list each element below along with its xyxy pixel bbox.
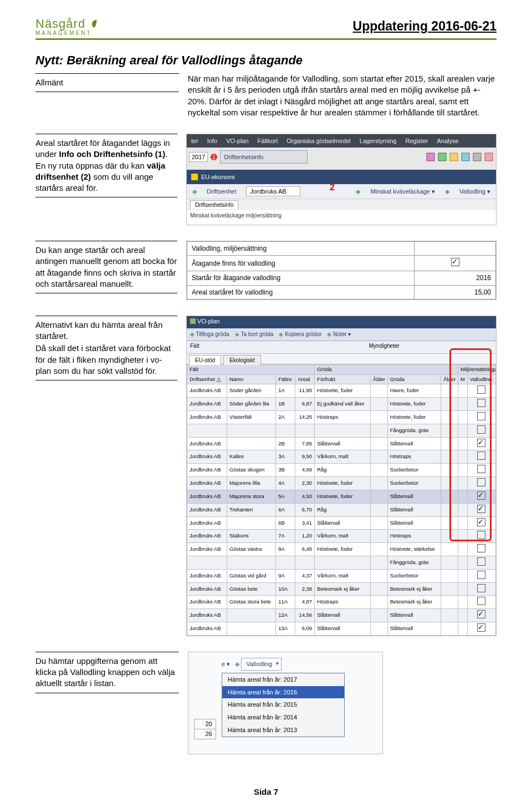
checkbox-icon[interactable] — [477, 571, 485, 579]
grid-cell[interactable]: Göstas skogen — [227, 464, 275, 477]
grid-cell[interactable] — [458, 411, 467, 424]
grid-cell[interactable]: Jordbruks AB — [187, 609, 227, 622]
grid-cell[interactable]: Söder gården lila — [227, 398, 275, 411]
checkbox-icon[interactable] — [477, 597, 485, 605]
grid-cell[interactable]: Höstvete, foder — [387, 411, 441, 424]
grid-cell[interactable]: 9,50 — [295, 450, 315, 464]
dropdown-item[interactable]: Hämta areal från år: 2013 — [222, 724, 344, 737]
grid-cell[interactable]: 6B — [276, 516, 295, 530]
vo-toolbar-item[interactable]: ◆ Kopiera grödor — [279, 331, 321, 338]
grid-cell[interactable]: 2B — [276, 437, 295, 450]
grid-cell[interactable]: Vårkorn, malt — [315, 569, 371, 582]
grid-cell[interactable] — [441, 477, 458, 490]
grid-cell[interactable]: Betesmark ej åker — [387, 582, 441, 596]
grid-cell[interactable] — [370, 477, 387, 490]
grid-cell[interactable]: Vårkorn, malt — [315, 530, 371, 543]
checkbox-icon[interactable] — [477, 385, 485, 394]
form-value[interactable] — [415, 256, 496, 271]
grid-cell[interactable]: Höstvete, foder — [315, 490, 371, 503]
grid-cell[interactable]: 2A — [276, 411, 295, 424]
grid-cell[interactable]: Västerfält — [227, 411, 275, 424]
grid-cell[interactable]: Slåttervall — [387, 490, 441, 503]
grid-cell[interactable]: Jordbruks AB — [187, 543, 227, 556]
tab-eu[interactable]: EU-stöd — [189, 355, 221, 366]
grid-cell[interactable] — [458, 569, 467, 582]
grid-cell[interactable] — [458, 384, 467, 398]
checkbox-icon[interactable] — [477, 478, 485, 486]
grid-cell[interactable] — [458, 516, 467, 530]
icon-b[interactable] — [437, 152, 447, 162]
grid-cell[interactable]: Jordbruks AB — [187, 398, 227, 411]
icon-d[interactable] — [461, 152, 470, 162]
form-value[interactable] — [415, 242, 496, 256]
grid-cell[interactable]: Höstvete, stärkelse — [387, 543, 441, 556]
grid-cell[interactable] — [467, 556, 495, 569]
grid-cell[interactable] — [467, 490, 495, 503]
grid-cell[interactable] — [467, 622, 495, 636]
grid-cell[interactable]: 3,41 — [295, 516, 315, 530]
checkbox-icon[interactable] — [477, 531, 485, 539]
grid-cell[interactable]: Slåttervall — [315, 609, 371, 622]
menu-item[interactable]: Lagerstyrning — [355, 134, 401, 148]
grid-cell[interactable]: 8A — [276, 543, 295, 556]
form-value[interactable]: 15,00 — [415, 285, 496, 299]
toolbar-icons[interactable] — [426, 152, 494, 162]
grid-cell[interactable] — [276, 556, 295, 569]
menu-item[interactable]: ter — [187, 134, 203, 148]
grid-cell[interactable]: 1A — [276, 384, 295, 398]
grid-cell[interactable]: Jordbruks AB — [187, 490, 227, 503]
grid-header[interactable]: Namn — [227, 374, 275, 384]
grid-cell[interactable] — [458, 609, 467, 622]
grid-cell[interactable] — [467, 516, 495, 530]
grid-cell[interactable]: 11,95 — [295, 384, 315, 398]
grid-cell[interactable] — [458, 596, 467, 609]
grid-cell[interactable] — [467, 464, 495, 477]
grid-cell[interactable]: 7,85 — [295, 437, 315, 450]
grid-cell[interactable] — [458, 530, 467, 543]
grid-cell[interactable]: 6,87 — [295, 398, 315, 411]
grid-cell[interactable] — [441, 582, 458, 596]
grid-header[interactable]: Ålder — [370, 374, 387, 384]
grid-cell[interactable]: 6A — [276, 503, 295, 516]
grid-cell[interactable]: Höstraps — [315, 411, 371, 424]
checkbox-icon[interactable] — [477, 412, 485, 420]
grid-cell[interactable]: Göstas bete — [227, 582, 275, 596]
dropdown-item[interactable]: Hämta areal från år: 2016 — [222, 686, 344, 699]
grid-cell[interactable]: 4,89 — [295, 464, 315, 477]
grid-cell[interactable]: Höstvete, foder — [387, 398, 441, 411]
grid-cell[interactable]: Jordbruks AB — [187, 464, 227, 477]
grid-cell[interactable] — [370, 424, 387, 437]
grid-header[interactable]: Vallodling — [467, 374, 495, 384]
grid-cell[interactable]: 1,20 — [295, 530, 315, 543]
vo-toolbar-item[interactable]: ◆ Ta bort gröda — [235, 331, 274, 338]
grid-cell[interactable] — [441, 424, 458, 437]
grid-cell[interactable]: Sockerbetor — [387, 569, 441, 582]
checkbox-icon[interactable] — [477, 399, 485, 407]
dd-prefix[interactable]: e ▾ — [222, 661, 230, 667]
grid-cell[interactable] — [467, 398, 495, 411]
year-input[interactable]: 2017 — [189, 152, 208, 163]
grid-cell[interactable]: Stabons — [227, 530, 275, 543]
grid-cell[interactable]: Höstvete, foder — [315, 477, 371, 490]
checkbox-icon[interactable] — [477, 518, 485, 526]
grid-cell[interactable] — [295, 424, 315, 437]
grid-cell[interactable] — [370, 398, 387, 411]
grid-cell[interactable] — [370, 582, 387, 596]
grid-cell[interactable] — [276, 424, 295, 437]
grid-cell[interactable]: 7A — [276, 530, 295, 543]
grid-cell[interactable]: Fånggröda, gräs — [387, 556, 441, 569]
grid-cell[interactable]: Sockerbetor — [387, 464, 441, 477]
grid-cell[interactable] — [458, 398, 467, 411]
grid-cell[interactable]: 1B — [276, 398, 295, 411]
grid-cell[interactable]: Jordbruks AB — [187, 582, 227, 596]
grid-cell[interactable]: 6,45 — [295, 543, 315, 556]
grid-cell[interactable]: Ej godkänd vall åker — [315, 398, 371, 411]
grid-cell[interactable] — [441, 622, 458, 636]
grid-cell[interactable]: Råg — [315, 464, 371, 477]
grid-cell[interactable] — [441, 437, 458, 450]
grid-cell[interactable] — [441, 569, 458, 582]
grid-cell[interactable] — [467, 530, 495, 543]
grid-cell[interactable]: Göstas stora bete — [227, 596, 275, 609]
checkbox-icon[interactable] — [477, 451, 485, 460]
grid-cell[interactable] — [370, 411, 387, 424]
